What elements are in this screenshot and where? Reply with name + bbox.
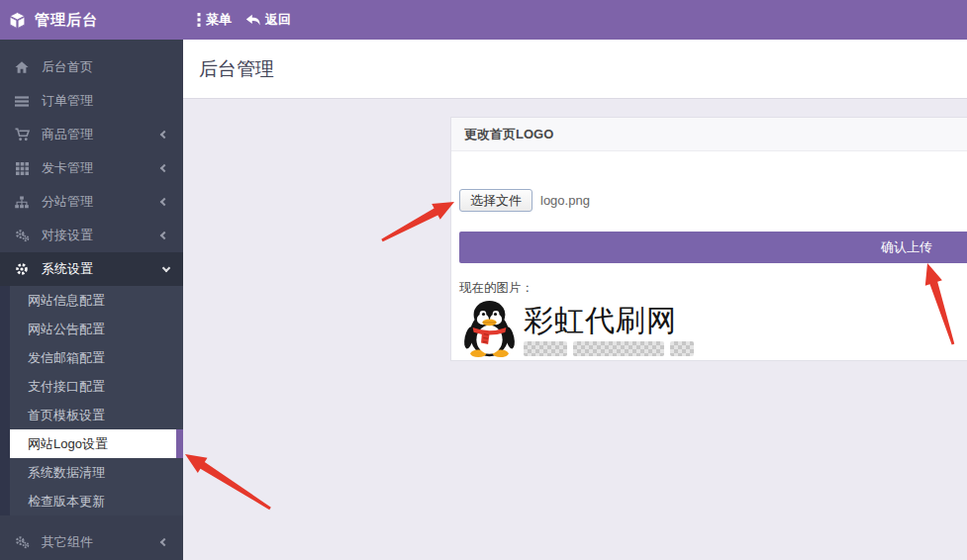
file-input-row: 选择文件 logo.png — [459, 189, 967, 212]
submenu-item-mail-config[interactable]: 发信邮箱配置 — [10, 343, 183, 372]
blurred-text-block — [670, 341, 694, 356]
submenu-item-template-settings[interactable]: 首页模板设置 — [10, 401, 183, 429]
cogs-icon — [14, 229, 30, 242]
content-area: 后台管理 更改首页LOGO 选择文件 logo.png 确认上传 现在的图片： — [183, 40, 967, 560]
sidebar-item-label: 订单管理 — [42, 92, 169, 110]
choose-file-button[interactable]: 选择文件 — [459, 189, 532, 212]
sidebar-item-other-components[interactable]: 其它组件 — [0, 525, 183, 559]
sidebar-item-products[interactable]: 商品管理 — [0, 118, 183, 151]
sidebar-item-label: 商品管理 — [42, 126, 161, 143]
sidebar-item-api-settings[interactable]: 对接设置 — [0, 219, 183, 252]
current-logo-preview: 彩虹代刷网 — [459, 299, 967, 359]
logo-upload-card: 更改首页LOGO 选择文件 logo.png 确认上传 现在的图片： — [450, 117, 967, 361]
blurred-text-block — [573, 341, 664, 356]
submenu-item-label: 首页模板设置 — [28, 407, 105, 424]
topbar: 管理后台 菜单 返回 — [0, 0, 967, 40]
submenu-item-payment-config[interactable]: 支付接口配置 — [10, 372, 183, 401]
chevron-left-icon — [160, 198, 168, 206]
cart-icon — [14, 128, 30, 141]
sidebar-item-system-settings[interactable]: 系统设置 — [0, 252, 183, 286]
vertical-dots-icon — [197, 13, 201, 27]
chevron-down-icon — [162, 263, 170, 271]
gear-icon — [14, 262, 30, 276]
submenu-item-label: 网站Logo设置 — [28, 435, 108, 453]
logo-text-block: 彩虹代刷网 — [524, 299, 700, 356]
menu-toggle-label: 菜单 — [206, 11, 232, 29]
submenu-item-data-cleanup[interactable]: 系统数据清理 — [10, 458, 183, 487]
card-header: 更改首页LOGO — [451, 118, 967, 151]
chevron-left-icon — [160, 538, 168, 546]
submenu-item-label: 系统数据清理 — [28, 464, 105, 482]
admin-app: 管理后台 菜单 返回 — [0, 0, 967, 560]
cube-logo-icon — [8, 11, 27, 30]
sidebar-item-label: 对接设置 — [42, 227, 161, 244]
blurred-text-block — [524, 341, 567, 356]
submenu-item-label: 发信邮箱配置 — [28, 349, 105, 367]
sidebar-item-substations[interactable]: 分站管理 — [0, 185, 183, 219]
sidebar-item-cards[interactable]: 发卡管理 — [0, 151, 183, 185]
back-arrow-icon — [245, 13, 260, 27]
list-icon — [14, 95, 30, 108]
card-body: 选择文件 logo.png 确认上传 现在的图片： — [451, 189, 967, 360]
chevron-left-icon — [160, 232, 168, 239]
submenu-item-logo-settings[interactable]: 网站Logo设置 — [10, 429, 183, 458]
sidebar-item-label: 发卡管理 — [42, 159, 161, 177]
sidebar-item-label: 其它组件 — [42, 533, 161, 551]
chevron-left-icon — [160, 164, 168, 172]
sidebar-item-label: 后台首页 — [42, 58, 169, 76]
home-icon — [14, 60, 30, 74]
current-image-label: 现在的图片： — [459, 280, 967, 297]
topbar-nav: 菜单 返回 — [183, 11, 291, 29]
content-header: 后台管理 — [183, 40, 967, 99]
submenu-item-version-check[interactable]: 检查版本更新 — [10, 487, 183, 515]
submenu-item-label: 检查版本更新 — [28, 493, 105, 511]
confirm-upload-button[interactable]: 确认上传 — [459, 232, 967, 263]
submenu-item-label: 支付接口配置 — [28, 378, 105, 396]
chevron-left-icon — [160, 131, 168, 139]
back-label: 返回 — [265, 11, 291, 29]
logo-site-name: 彩虹代刷网 — [524, 306, 700, 335]
sidebar-item-home[interactable]: 后台首页 — [0, 50, 183, 84]
submenu-item-site-info[interactable]: 网站信息配置 — [10, 286, 183, 315]
brand-title: 管理后台 — [35, 11, 98, 30]
system-settings-submenu: 网站信息配置 网站公告配置 发信邮箱配置 支付接口配置 首页模板设置 网站Log… — [0, 286, 183, 515]
sidebar-item-label: 分站管理 — [42, 193, 161, 211]
qq-penguin-logo-image — [461, 299, 518, 358]
submenu-item-label: 网站信息配置 — [28, 292, 105, 310]
sidebar-item-orders[interactable]: 订单管理 — [0, 84, 183, 118]
submenu-item-site-notice[interactable]: 网站公告配置 — [10, 315, 183, 343]
sitemap-icon — [14, 196, 30, 209]
menu-toggle-link[interactable]: 菜单 — [197, 11, 232, 29]
sidebar: 后台首页 订单管理 商品管理 发卡管理 分站管理 — [0, 40, 183, 560]
page-title: 后台管理 — [199, 56, 274, 82]
selected-file-name: logo.png — [540, 193, 590, 208]
back-link[interactable]: 返回 — [245, 11, 291, 29]
blurred-text-row — [524, 341, 700, 356]
grid-icon — [14, 162, 30, 175]
brand[interactable]: 管理后台 — [0, 0, 183, 40]
submenu-item-label: 网站公告配置 — [28, 321, 105, 338]
sidebar-item-label: 系统设置 — [42, 260, 163, 278]
cogs-icon — [14, 535, 30, 549]
